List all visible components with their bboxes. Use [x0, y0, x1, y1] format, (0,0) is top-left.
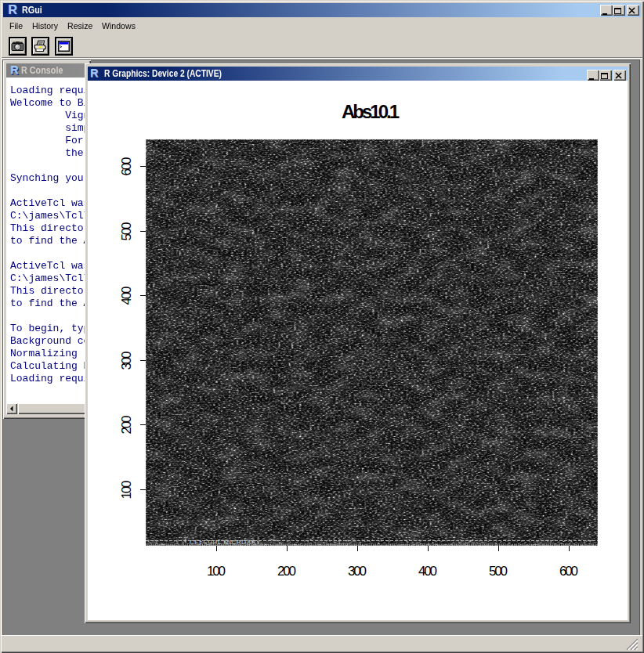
svg-text:CELSCHL MICROARY: CELSCHL MICROARY — [190, 539, 260, 546]
svg-text:100: 100 — [207, 564, 226, 579]
svg-text:600: 600 — [559, 564, 578, 579]
svg-text:R: R — [90, 67, 98, 79]
svg-text:200: 200 — [119, 416, 134, 435]
svg-text:400: 400 — [119, 287, 134, 305]
svg-text:200: 200 — [277, 564, 296, 579]
svg-text:R: R — [10, 64, 18, 76]
svg-text:500: 500 — [119, 222, 134, 241]
svg-text:300: 300 — [119, 352, 134, 370]
svg-text:R: R — [8, 3, 17, 16]
svg-text:Abs10.1: Abs10.1 — [342, 101, 400, 122]
svg-text:100: 100 — [119, 481, 134, 500]
svg-text:500: 500 — [489, 564, 508, 579]
svg-text:600: 600 — [119, 157, 134, 176]
svg-text:300: 300 — [348, 564, 367, 579]
svg-text:400: 400 — [418, 564, 437, 579]
